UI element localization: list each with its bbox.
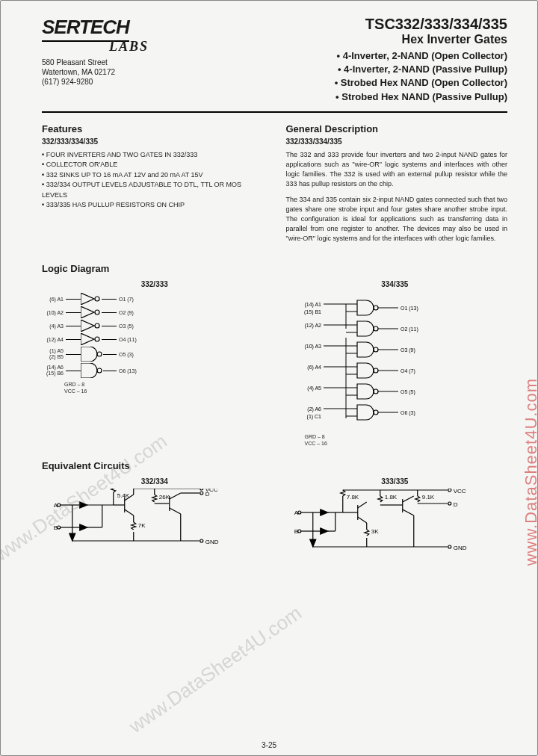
feature-item: 332/334 OUTPUT LEVELS ADJUSTABLE TO DTL,… bbox=[42, 180, 264, 200]
equiv-left: 332/334 A B bbox=[42, 477, 268, 579]
svg-marker-118 bbox=[309, 539, 315, 547]
svg-point-31 bbox=[374, 368, 378, 373]
gate-row: (12) A4 O4 (11) bbox=[42, 333, 268, 345]
address-line: 580 Pleasant Street bbox=[42, 58, 191, 67]
svg-marker-56 bbox=[80, 524, 87, 530]
svg-point-54 bbox=[58, 526, 61, 529]
power-pins: GRD – 8 VCC – 16 bbox=[305, 433, 508, 447]
equiv-title: 333/335 bbox=[282, 477, 508, 486]
label-d: D bbox=[205, 491, 210, 498]
nand-gate-icon bbox=[81, 347, 103, 362]
description-column: General Description 332/333/334/335 The … bbox=[286, 123, 508, 250]
svg-point-43 bbox=[374, 410, 378, 415]
svg-point-110 bbox=[448, 502, 451, 505]
svg-marker-0 bbox=[81, 293, 94, 305]
svg-line-73 bbox=[170, 508, 181, 514]
description-paragraph: The 332 and 333 provide four inverters a… bbox=[286, 150, 508, 189]
svg-marker-84 bbox=[320, 509, 327, 515]
equiv-heading: Equivalent Circuits bbox=[42, 460, 507, 471]
features-sub: 332/333/334/335 bbox=[42, 137, 264, 146]
logic-diagram-left: 332/333 (6) A1 O1 (7) (10) A2 O2 (9) bbox=[42, 280, 268, 447]
logic-diagram-heading: Logic Diagram bbox=[42, 263, 507, 274]
svg-text:O2 (11): O2 (11) bbox=[401, 326, 418, 332]
features-list: FOUR INVERTERS AND TWO GATES IN 332/333 … bbox=[42, 150, 264, 211]
gate-row: (14) A6 (15) B6 O6 (13) bbox=[42, 363, 268, 378]
svg-text:O4 (7): O4 (7) bbox=[401, 368, 415, 374]
company-block: SERTECH LABS 580 Pleasant Street Waterto… bbox=[42, 16, 191, 87]
svg-text:7.8K: 7.8K bbox=[346, 494, 359, 501]
svg-point-86 bbox=[297, 530, 300, 533]
svg-point-3 bbox=[95, 310, 99, 315]
gate-row: (4) A3 O3 (5) bbox=[42, 320, 268, 332]
company-sublabel: LABS bbox=[109, 39, 191, 55]
svg-point-12 bbox=[374, 306, 378, 310]
datasheet-page: SERTECH LABS 580 Pleasant Street Waterto… bbox=[0, 0, 538, 756]
svg-marker-52 bbox=[80, 502, 87, 508]
svg-point-37 bbox=[374, 389, 378, 394]
svg-text:O3 (9): O3 (9) bbox=[401, 347, 415, 353]
svg-line-100 bbox=[357, 517, 366, 523]
company-phone: (617) 924-9280 bbox=[42, 77, 191, 87]
title-bullet: • 4-Inverter, 2-NAND (Open Collector) bbox=[208, 49, 507, 63]
svg-text:(6) A4: (6) A4 bbox=[307, 365, 321, 371]
svg-point-119 bbox=[448, 545, 451, 548]
svg-point-69 bbox=[200, 489, 203, 490]
watermark-gray: www.DataSheet4U.com bbox=[125, 601, 306, 738]
svg-line-108 bbox=[402, 509, 413, 515]
svg-text:(10) A3: (10) A3 bbox=[304, 344, 321, 350]
resistor-label: 7K bbox=[138, 522, 146, 529]
svg-marker-88 bbox=[320, 528, 327, 534]
equiv-circuit-left: A B 5.4K bbox=[42, 489, 268, 578]
content-columns: Features 332/333/334/335 FOUR INVERTERS … bbox=[42, 123, 507, 250]
feature-item: 333/335 HAS PULLUP RESISTORS ON CHIP bbox=[42, 200, 264, 211]
features-column: Features 332/333/334/335 FOUR INVERTERS … bbox=[42, 123, 264, 250]
company-address: 580 Pleasant Street Watertown, MA 02172 … bbox=[42, 58, 191, 87]
svg-line-72 bbox=[170, 493, 181, 499]
svg-text:O5 (5): O5 (5) bbox=[401, 389, 415, 395]
nand-gate-icon bbox=[81, 363, 103, 378]
logic-diagrams: 332/333 (6) A1 O1 (7) (10) A2 O2 (9) bbox=[42, 280, 507, 447]
equiv-right: 333/335 A B 7.8K bbox=[282, 477, 508, 579]
power-pins: GRD – 8 VCC – 16 bbox=[64, 381, 268, 394]
svg-line-99 bbox=[357, 502, 366, 508]
label-gnd: GND bbox=[205, 539, 219, 545]
feature-item: FOUR INVERTERS AND TWO GATES IN 332/333 bbox=[42, 150, 264, 161]
svg-text:(1) C1: (1) C1 bbox=[306, 414, 321, 420]
logic-diagram-right: 334/335 (14) A1(15) B1O1 (13)(12) A2O2 (… bbox=[282, 280, 508, 447]
svg-line-65 bbox=[125, 509, 134, 515]
svg-text:(12) A2: (12) A2 bbox=[304, 323, 321, 329]
svg-text:(15) B1: (15) B1 bbox=[304, 309, 321, 315]
svg-point-75 bbox=[200, 492, 203, 495]
feature-item: 332 SINKS UP TO 16 mA AT 12V and 20 mA A… bbox=[42, 170, 264, 181]
inverter-icon bbox=[81, 333, 102, 345]
equivalent-circuits: 332/334 A B bbox=[42, 477, 507, 579]
svg-point-82 bbox=[297, 511, 300, 514]
title-block: TSC332/333/334/335 Hex Inverter Gates • … bbox=[208, 16, 507, 104]
equiv-title: 332/334 bbox=[42, 477, 268, 486]
svg-marker-6 bbox=[81, 333, 94, 345]
svg-text:(4) A5: (4) A5 bbox=[307, 385, 321, 391]
description-paragraph: The 334 and 335 contain six 2-input NAND… bbox=[286, 195, 508, 244]
svg-text:(2) A6: (2) A6 bbox=[307, 406, 321, 412]
svg-marker-2 bbox=[81, 306, 94, 318]
svg-text:9.1K: 9.1K bbox=[421, 494, 434, 501]
part-subtitle: Hex Inverter Gates bbox=[208, 33, 507, 46]
feature-item: COLLECTOR OR'ABLE bbox=[42, 160, 264, 170]
description-sub: 332/333/334/335 bbox=[286, 137, 508, 146]
description-heading: General Description bbox=[286, 123, 508, 134]
svg-text:O6 (3): O6 (3) bbox=[401, 410, 415, 416]
features-heading: Features bbox=[42, 123, 264, 134]
part-number-title: TSC332/333/334/335 bbox=[208, 16, 507, 33]
title-bullet: • Strobed Hex NAND (Passive Pullup) bbox=[208, 90, 507, 104]
diagram-title: 334/335 bbox=[282, 280, 508, 288]
svg-text:(14) A1: (14) A1 bbox=[304, 302, 321, 308]
svg-point-80 bbox=[200, 539, 203, 542]
svg-text:O1 (13): O1 (13) bbox=[401, 306, 418, 312]
diagram-title: 332/333 bbox=[42, 280, 268, 288]
equiv-circuit-right: A B 7.8K VCC bbox=[282, 489, 508, 578]
resistor-label: 26K bbox=[159, 494, 170, 501]
inverter-rows: (6) A1 O1 (7) (10) A2 O2 (9) (4) A3 bbox=[42, 293, 268, 378]
svg-point-50 bbox=[58, 504, 61, 506]
page-number: 3-25 bbox=[262, 741, 276, 749]
gate-row: (6) A1 O1 (7) bbox=[42, 293, 268, 305]
